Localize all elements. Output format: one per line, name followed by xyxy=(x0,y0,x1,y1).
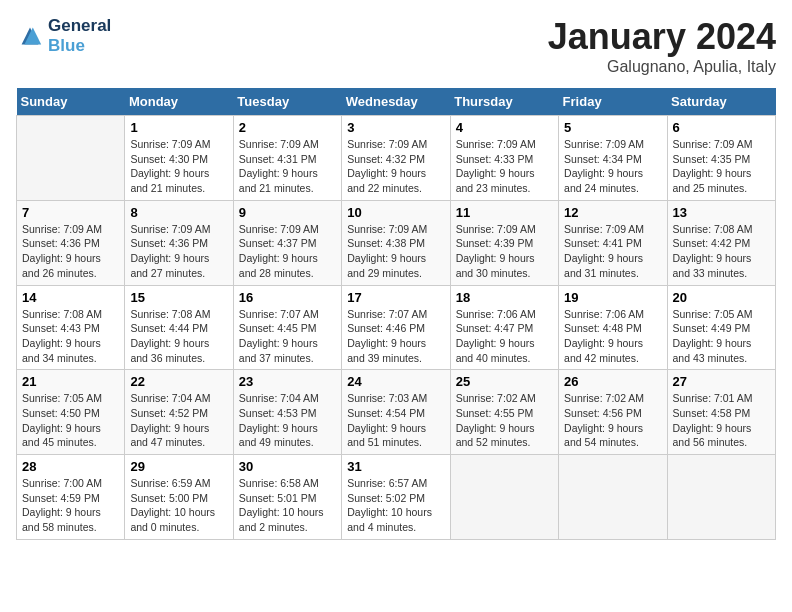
day-number: 26 xyxy=(564,374,661,389)
calendar-cell xyxy=(667,455,775,540)
calendar-cell: 3Sunrise: 7:09 AMSunset: 4:32 PMDaylight… xyxy=(342,116,450,201)
day-number: 2 xyxy=(239,120,336,135)
cell-info: Sunrise: 7:03 AMSunset: 4:54 PMDaylight:… xyxy=(347,391,444,450)
calendar-cell: 5Sunrise: 7:09 AMSunset: 4:34 PMDaylight… xyxy=(559,116,667,201)
calendar-cell xyxy=(559,455,667,540)
day-number: 13 xyxy=(673,205,770,220)
cell-info: Sunrise: 7:09 AMSunset: 4:31 PMDaylight:… xyxy=(239,137,336,196)
day-number: 11 xyxy=(456,205,553,220)
day-number: 3 xyxy=(347,120,444,135)
day-number: 12 xyxy=(564,205,661,220)
cell-info: Sunrise: 7:08 AMSunset: 4:44 PMDaylight:… xyxy=(130,307,227,366)
cell-info: Sunrise: 7:00 AMSunset: 4:59 PMDaylight:… xyxy=(22,476,119,535)
cell-info: Sunrise: 6:58 AMSunset: 5:01 PMDaylight:… xyxy=(239,476,336,535)
calendar-cell: 18Sunrise: 7:06 AMSunset: 4:47 PMDayligh… xyxy=(450,285,558,370)
calendar-cell: 23Sunrise: 7:04 AMSunset: 4:53 PMDayligh… xyxy=(233,370,341,455)
day-number: 25 xyxy=(456,374,553,389)
cell-info: Sunrise: 7:09 AMSunset: 4:37 PMDaylight:… xyxy=(239,222,336,281)
calendar-cell: 26Sunrise: 7:02 AMSunset: 4:56 PMDayligh… xyxy=(559,370,667,455)
calendar-cell: 25Sunrise: 7:02 AMSunset: 4:55 PMDayligh… xyxy=(450,370,558,455)
cell-info: Sunrise: 7:02 AMSunset: 4:56 PMDaylight:… xyxy=(564,391,661,450)
day-header-monday: Monday xyxy=(125,88,233,116)
calendar-cell: 2Sunrise: 7:09 AMSunset: 4:31 PMDaylight… xyxy=(233,116,341,201)
day-number: 6 xyxy=(673,120,770,135)
cell-info: Sunrise: 7:09 AMSunset: 4:36 PMDaylight:… xyxy=(130,222,227,281)
day-number: 1 xyxy=(130,120,227,135)
header-row: SundayMondayTuesdayWednesdayThursdayFrid… xyxy=(17,88,776,116)
cell-info: Sunrise: 6:57 AMSunset: 5:02 PMDaylight:… xyxy=(347,476,444,535)
calendar-cell xyxy=(17,116,125,201)
day-number: 5 xyxy=(564,120,661,135)
cell-info: Sunrise: 7:09 AMSunset: 4:34 PMDaylight:… xyxy=(564,137,661,196)
calendar-cell: 12Sunrise: 7:09 AMSunset: 4:41 PMDayligh… xyxy=(559,200,667,285)
day-number: 19 xyxy=(564,290,661,305)
calendar-cell: 6Sunrise: 7:09 AMSunset: 4:35 PMDaylight… xyxy=(667,116,775,201)
calendar-cell: 11Sunrise: 7:09 AMSunset: 4:39 PMDayligh… xyxy=(450,200,558,285)
day-number: 20 xyxy=(673,290,770,305)
cell-info: Sunrise: 7:07 AMSunset: 4:46 PMDaylight:… xyxy=(347,307,444,366)
calendar-cell: 9Sunrise: 7:09 AMSunset: 4:37 PMDaylight… xyxy=(233,200,341,285)
day-number: 14 xyxy=(22,290,119,305)
day-number: 23 xyxy=(239,374,336,389)
cell-info: Sunrise: 7:09 AMSunset: 4:35 PMDaylight:… xyxy=(673,137,770,196)
calendar-table: SundayMondayTuesdayWednesdayThursdayFrid… xyxy=(16,88,776,540)
day-number: 16 xyxy=(239,290,336,305)
calendar-cell: 19Sunrise: 7:06 AMSunset: 4:48 PMDayligh… xyxy=(559,285,667,370)
calendar-cell: 7Sunrise: 7:09 AMSunset: 4:36 PMDaylight… xyxy=(17,200,125,285)
cell-info: Sunrise: 7:08 AMSunset: 4:43 PMDaylight:… xyxy=(22,307,119,366)
calendar-cell xyxy=(450,455,558,540)
cell-info: Sunrise: 7:02 AMSunset: 4:55 PMDaylight:… xyxy=(456,391,553,450)
calendar-cell: 13Sunrise: 7:08 AMSunset: 4:42 PMDayligh… xyxy=(667,200,775,285)
calendar-cell: 15Sunrise: 7:08 AMSunset: 4:44 PMDayligh… xyxy=(125,285,233,370)
day-number: 28 xyxy=(22,459,119,474)
day-number: 27 xyxy=(673,374,770,389)
day-header-thursday: Thursday xyxy=(450,88,558,116)
calendar-cell: 21Sunrise: 7:05 AMSunset: 4:50 PMDayligh… xyxy=(17,370,125,455)
calendar-cell: 29Sunrise: 6:59 AMSunset: 5:00 PMDayligh… xyxy=(125,455,233,540)
calendar-cell: 30Sunrise: 6:58 AMSunset: 5:01 PMDayligh… xyxy=(233,455,341,540)
calendar-cell: 24Sunrise: 7:03 AMSunset: 4:54 PMDayligh… xyxy=(342,370,450,455)
calendar-cell: 14Sunrise: 7:08 AMSunset: 4:43 PMDayligh… xyxy=(17,285,125,370)
week-row-4: 21Sunrise: 7:05 AMSunset: 4:50 PMDayligh… xyxy=(17,370,776,455)
page-header: General Blue January 2024 Galugnano, Apu… xyxy=(16,16,776,76)
day-header-sunday: Sunday xyxy=(17,88,125,116)
day-number: 8 xyxy=(130,205,227,220)
day-number: 24 xyxy=(347,374,444,389)
calendar-cell: 22Sunrise: 7:04 AMSunset: 4:52 PMDayligh… xyxy=(125,370,233,455)
cell-info: Sunrise: 7:01 AMSunset: 4:58 PMDaylight:… xyxy=(673,391,770,450)
cell-info: Sunrise: 7:09 AMSunset: 4:32 PMDaylight:… xyxy=(347,137,444,196)
cell-info: Sunrise: 7:08 AMSunset: 4:42 PMDaylight:… xyxy=(673,222,770,281)
calendar-cell: 31Sunrise: 6:57 AMSunset: 5:02 PMDayligh… xyxy=(342,455,450,540)
calendar-cell: 10Sunrise: 7:09 AMSunset: 4:38 PMDayligh… xyxy=(342,200,450,285)
cell-info: Sunrise: 6:59 AMSunset: 5:00 PMDaylight:… xyxy=(130,476,227,535)
cell-info: Sunrise: 7:09 AMSunset: 4:39 PMDaylight:… xyxy=(456,222,553,281)
day-number: 17 xyxy=(347,290,444,305)
calendar-cell: 4Sunrise: 7:09 AMSunset: 4:33 PMDaylight… xyxy=(450,116,558,201)
cell-info: Sunrise: 7:09 AMSunset: 4:36 PMDaylight:… xyxy=(22,222,119,281)
cell-info: Sunrise: 7:06 AMSunset: 4:47 PMDaylight:… xyxy=(456,307,553,366)
cell-info: Sunrise: 7:09 AMSunset: 4:41 PMDaylight:… xyxy=(564,222,661,281)
logo: General Blue xyxy=(16,16,111,57)
calendar-cell: 16Sunrise: 7:07 AMSunset: 4:45 PMDayligh… xyxy=(233,285,341,370)
cell-info: Sunrise: 7:09 AMSunset: 4:33 PMDaylight:… xyxy=(456,137,553,196)
month-title: January 2024 xyxy=(548,16,776,58)
day-number: 7 xyxy=(22,205,119,220)
day-number: 31 xyxy=(347,459,444,474)
cell-info: Sunrise: 7:09 AMSunset: 4:38 PMDaylight:… xyxy=(347,222,444,281)
logo-text-line1: General xyxy=(48,16,111,36)
day-number: 4 xyxy=(456,120,553,135)
day-header-tuesday: Tuesday xyxy=(233,88,341,116)
calendar-cell: 17Sunrise: 7:07 AMSunset: 4:46 PMDayligh… xyxy=(342,285,450,370)
cell-info: Sunrise: 7:05 AMSunset: 4:49 PMDaylight:… xyxy=(673,307,770,366)
day-number: 29 xyxy=(130,459,227,474)
cell-info: Sunrise: 7:04 AMSunset: 4:52 PMDaylight:… xyxy=(130,391,227,450)
day-number: 21 xyxy=(22,374,119,389)
calendar-cell: 8Sunrise: 7:09 AMSunset: 4:36 PMDaylight… xyxy=(125,200,233,285)
title-block: January 2024 Galugnano, Apulia, Italy xyxy=(548,16,776,76)
cell-info: Sunrise: 7:05 AMSunset: 4:50 PMDaylight:… xyxy=(22,391,119,450)
day-number: 22 xyxy=(130,374,227,389)
day-number: 15 xyxy=(130,290,227,305)
logo-text-line2: Blue xyxy=(48,36,111,56)
calendar-cell: 28Sunrise: 7:00 AMSunset: 4:59 PMDayligh… xyxy=(17,455,125,540)
day-number: 9 xyxy=(239,205,336,220)
